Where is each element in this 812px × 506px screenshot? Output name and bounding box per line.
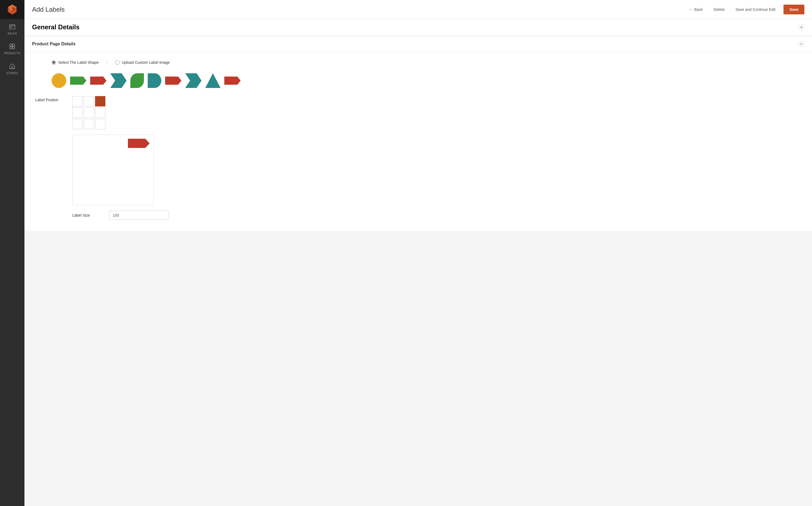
content-area: General Details ⊕ Product Page Details ⊖… — [24, 19, 812, 506]
shape-chevron-teal[interactable] — [110, 73, 127, 88]
stores-icon — [8, 63, 16, 70]
back-button[interactable]: ← Back — [686, 6, 706, 13]
svg-rect-9 — [12, 44, 15, 46]
sidebar-item-stores[interactable]: STORES — [0, 59, 24, 78]
select-shape-radio[interactable] — [52, 60, 56, 65]
sidebar-item-sales[interactable]: SALES — [0, 19, 24, 39]
upload-image-radio[interactable] — [115, 60, 119, 65]
products-icon — [8, 43, 16, 50]
upload-image-label: Upload Custom Label Image — [121, 60, 170, 65]
label-size-label: Label Size — [72, 213, 105, 218]
shape-chevron-teal2[interactable] — [185, 73, 201, 88]
label-size-input[interactable] — [109, 210, 169, 220]
sidebar-item-products-label: PRODUCTS — [4, 52, 20, 55]
label-preview-area — [72, 135, 154, 205]
radio-divider — [107, 60, 107, 65]
sidebar-item-stores-label: STORES — [6, 72, 18, 75]
svg-rect-10 — [10, 47, 12, 49]
magento-logo-icon — [6, 4, 18, 15]
product-page-details-header[interactable]: Product Page Details ⊖ — [24, 37, 812, 52]
product-page-details-toggle[interactable]: ⊖ — [798, 41, 804, 47]
pos-cell-0-2[interactable] — [95, 96, 105, 106]
page-title: Add Labels — [32, 6, 65, 13]
svg-rect-8 — [10, 44, 12, 46]
general-details-header[interactable]: General Details ⊕ — [24, 19, 812, 35]
preview-label-shape — [128, 139, 150, 148]
product-page-details-body: Select The Label Shape Upload Custom Lab… — [24, 52, 812, 231]
general-details-section: General Details ⊕ — [24, 19, 812, 35]
pos-cell-2-0[interactable] — [72, 119, 83, 129]
product-page-details-section: Product Page Details ⊖ Select The Label … — [24, 37, 812, 231]
shape-leaf-green[interactable] — [130, 73, 144, 88]
label-position-label: Label Positon — [35, 96, 68, 102]
page-header: Add Labels ← Back Delete Save and Contin… — [24, 0, 812, 19]
pos-cell-0-0[interactable] — [72, 96, 83, 106]
select-shape-label: Select The Label Shape — [58, 60, 99, 65]
pos-cell-1-2[interactable] — [95, 107, 105, 118]
pos-cell-1-0[interactable] — [72, 107, 83, 118]
shape-half-circle-teal[interactable] — [148, 73, 161, 88]
shape-arrow-red3[interactable] — [224, 77, 241, 85]
pos-cell-2-2[interactable] — [95, 119, 105, 129]
shape-arrow-red[interactable] — [90, 77, 106, 85]
svg-rect-12 — [11, 67, 13, 69]
sidebar-item-products[interactable]: PRODUCTS — [0, 39, 24, 59]
upload-image-option[interactable]: Upload Custom Label Image — [115, 60, 170, 65]
pos-cell-2-1[interactable] — [84, 119, 94, 129]
label-size-row: Label Size — [72, 210, 801, 220]
general-details-toggle[interactable]: ⊕ — [798, 24, 804, 30]
label-position-row: Label Positon — [35, 96, 801, 129]
main-content: Add Labels ← Back Delete Save and Contin… — [24, 0, 812, 506]
save-button[interactable]: Save — [784, 5, 804, 14]
back-arrow-icon: ← — [689, 7, 693, 12]
label-type-radio-group: Select The Label Shape Upload Custom Lab… — [35, 60, 801, 65]
preview-arrow-shape — [128, 139, 150, 148]
sidebar: SALES PRODUCTS STORES — [0, 0, 24, 506]
sidebar-logo — [0, 0, 24, 19]
general-details-title: General Details — [32, 23, 80, 31]
save-continue-button[interactable]: Save and Continue Edit — [733, 6, 778, 13]
position-grid — [72, 96, 105, 129]
delete-button[interactable]: Delete — [711, 6, 727, 13]
header-actions: ← Back Delete Save and Continue Edit Sav… — [686, 5, 804, 14]
shape-arrow-green[interactable] — [70, 77, 86, 85]
pos-cell-0-1[interactable] — [84, 96, 94, 106]
pos-cell-1-1[interactable] — [84, 107, 94, 118]
shape-circle[interactable] — [52, 73, 66, 88]
sales-icon — [8, 23, 16, 30]
shape-selector — [35, 73, 801, 88]
select-shape-option[interactable]: Select The Label Shape — [52, 60, 99, 65]
shape-arrow-red2[interactable] — [165, 77, 181, 85]
shape-triangle-teal[interactable] — [205, 73, 221, 88]
product-page-details-title: Product Page Details — [32, 41, 76, 47]
svg-rect-7 — [11, 26, 12, 28]
svg-rect-5 — [9, 25, 15, 29]
sidebar-item-sales-label: SALES — [8, 32, 17, 35]
svg-rect-11 — [12, 47, 15, 49]
